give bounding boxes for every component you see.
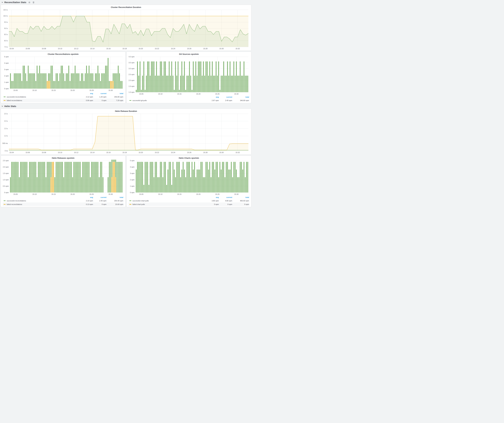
svg-text:15:04: 15:04 — [10, 152, 14, 153]
legend-series-toggle[interactable]: failed reconciliations — [3, 203, 81, 205]
svg-text:15:22: 15:22 — [155, 152, 159, 153]
legend-value-current: 0 opm — [219, 203, 233, 205]
legend-column-total[interactable]: total — [107, 93, 124, 94]
svg-text:15:15: 15:15 — [177, 93, 181, 95]
trash-icon[interactable] — [32, 1, 35, 4]
panel-git-sources: Git Sources ops/min 1.0 opm1.5 opm2.0 op… — [126, 52, 251, 103]
series-color-dash-icon — [129, 200, 131, 201]
legend-column-total[interactable]: total — [233, 96, 249, 98]
svg-text:15:05: 15:05 — [13, 89, 18, 91]
svg-text:15:32: 15:32 — [235, 152, 240, 153]
legend-row: successful reconciliations2.10 opm2.40 o… — [3, 199, 124, 202]
legend-row: successful git pulls2.87 opm2.40 opm346.… — [128, 99, 249, 102]
chevron-down-icon — [1, 1, 3, 3]
svg-text:15:10: 15:10 — [58, 48, 62, 50]
panel-cluster-reconciliations: Cluster Reconciliations ops/min 0 opm1 o… — [1, 52, 126, 103]
legend-column-current[interactable]: current — [219, 96, 233, 98]
legend-cluster-reconciliations: avgcurrenttotalsuccessful reconciliation… — [2, 92, 124, 102]
legend-column-current[interactable]: current — [93, 196, 107, 198]
svg-text:2.0 s: 2.0 s — [4, 120, 8, 122]
panel-title[interactable]: Cluster Reconciliations ops/min — [2, 53, 124, 56]
legend-series-toggle[interactable]: failed reconciliations — [3, 100, 81, 101]
panel-title[interactable]: Helm Releases ops/min — [2, 157, 124, 160]
legend-row: successful reconciliations2.12 opm1.20 o… — [3, 95, 124, 99]
svg-text:0 opm: 0 opm — [130, 192, 134, 194]
section-header-reconciliation-stats[interactable]: Reconciliation Stats — [1, 0, 251, 5]
legend-series-name: successful git pulls — [132, 100, 147, 101]
panel-title[interactable]: Git Sources ops/min — [128, 53, 250, 56]
panel-title[interactable]: Cluster Reconciliation Duration — [2, 6, 250, 9]
svg-text:1.5 s: 1.5 s — [4, 128, 8, 129]
legend-column-current[interactable]: current — [93, 93, 107, 94]
svg-text:15:20: 15:20 — [196, 193, 201, 195]
svg-text:15:12: 15:12 — [74, 152, 78, 153]
svg-text:2 opm: 2 opm — [130, 179, 134, 181]
legend-value-total: 465.60 opm — [233, 200, 249, 202]
helm-release-duration-chart[interactable]: 0 ns500 ms1.0 s1.5 s2.0 s2.5 s15:0415:06… — [2, 113, 250, 154]
legend-value-total: 7.20 opm — [107, 100, 124, 101]
legend-column-total[interactable]: total — [233, 196, 249, 198]
svg-text:15:04: 15:04 — [10, 48, 14, 50]
svg-text:15:06: 15:06 — [25, 152, 30, 153]
legend-column-avg[interactable]: avg — [206, 96, 219, 98]
svg-text:15:25: 15:25 — [215, 93, 220, 95]
panel-title[interactable]: Helm Charts ops/min — [128, 157, 250, 160]
legend-column-current[interactable]: current — [219, 196, 233, 198]
panel-cluster-reconciliation-duration: Cluster Reconciliation Duration 7.5 s8.0… — [1, 5, 251, 51]
svg-text:2.0 opm: 2.0 opm — [129, 79, 134, 81]
legend-series-toggle[interactable]: failed chart pulls — [128, 203, 206, 205]
series-color-dash-icon — [4, 97, 6, 97]
svg-text:15:06: 15:06 — [25, 48, 30, 50]
legend-row: failed reconciliations0.06 opm0 opm7.20 … — [3, 99, 124, 102]
legend-series-name: successful reconciliations — [7, 200, 26, 202]
svg-text:15:30: 15:30 — [108, 89, 113, 91]
git-sources-chart[interactable]: 1.0 opm1.5 opm2.0 opm2.5 opm3.0 opm3.5 o… — [128, 56, 250, 95]
legend-series-toggle[interactable]: successful git pulls — [128, 100, 206, 101]
svg-text:15:30: 15:30 — [234, 193, 239, 195]
svg-text:0 ns: 0 ns — [5, 150, 8, 152]
svg-text:15:20: 15:20 — [71, 193, 75, 195]
legend-column-avg[interactable]: avg — [81, 196, 93, 198]
svg-text:15:28: 15:28 — [203, 48, 208, 50]
svg-text:1 opm: 1 opm — [130, 185, 134, 187]
legend-column-avg[interactable]: avg — [206, 196, 219, 198]
svg-text:15:20: 15:20 — [71, 89, 75, 91]
legend-value-current: 2.40 opm — [93, 200, 107, 202]
svg-text:10.0 s: 10.0 s — [3, 15, 8, 17]
series-color-dash-icon — [129, 100, 131, 101]
svg-text:15:20: 15:20 — [138, 152, 143, 153]
legend-git-sources: avgcurrenttotalsuccessful git pulls2.87 … — [128, 95, 250, 102]
svg-text:7.5 s: 7.5 s — [4, 46, 8, 48]
legend-series-toggle[interactable]: successful reconciliations — [3, 200, 81, 202]
legend-row: failed reconciliations0.13 opm0 opm15.60… — [3, 202, 124, 206]
legend-series-toggle[interactable]: successful reconciliations — [3, 96, 81, 98]
legend-value-total: 346.80 opm — [233, 100, 249, 101]
helm-releases-chart[interactable]: 0 opm0.5 opm1.0 opm1.5 opm2.0 opm2.5 opm… — [2, 160, 124, 196]
svg-text:0 opm: 0 opm — [4, 192, 9, 194]
svg-text:8.5 s: 8.5 s — [4, 34, 8, 35]
svg-text:15:10: 15:10 — [32, 193, 37, 195]
cluster-reconciliations-chart[interactable]: 0 opm1 opm2 opm3 opm4 opm5 opm15:0515:10… — [2, 56, 124, 92]
svg-text:15:28: 15:28 — [203, 152, 208, 153]
svg-text:15:25: 15:25 — [90, 193, 94, 195]
helm-charts-chart[interactable]: 0 opm1 opm2 opm3 opm4 opm5 opm15:0515:10… — [128, 160, 250, 196]
svg-text:15:26: 15:26 — [187, 152, 191, 153]
svg-text:1.0 opm: 1.0 opm — [129, 91, 134, 93]
svg-text:15:08: 15:08 — [42, 48, 46, 50]
legend-column-total[interactable]: total — [107, 196, 124, 198]
svg-text:1.5 opm: 1.5 opm — [129, 85, 134, 87]
svg-text:15:25: 15:25 — [90, 89, 94, 91]
series-color-dash-icon — [129, 204, 131, 205]
cluster-reconciliation-duration-chart[interactable]: 7.5 s8.0 s8.5 s9.0 s9.5 s10.0 s10.5 s15:… — [2, 9, 250, 50]
panel-title[interactable]: Helm Release Duration — [2, 110, 250, 113]
svg-text:15:15: 15:15 — [177, 193, 181, 195]
svg-text:500 ms: 500 ms — [2, 142, 8, 144]
legend-series-name: failed chart pulls — [132, 203, 145, 205]
legend-value-avg: 0.06 opm — [81, 100, 93, 101]
legend-column-avg[interactable]: avg — [81, 93, 93, 94]
svg-text:15:10: 15:10 — [158, 193, 162, 195]
legend-series-toggle[interactable]: successful chart pulls — [128, 200, 206, 202]
gear-icon[interactable] — [28, 1, 30, 4]
svg-text:8.0 s: 8.0 s — [4, 40, 8, 41]
section-header-helm-stats[interactable]: Helm Stats — [1, 104, 251, 109]
